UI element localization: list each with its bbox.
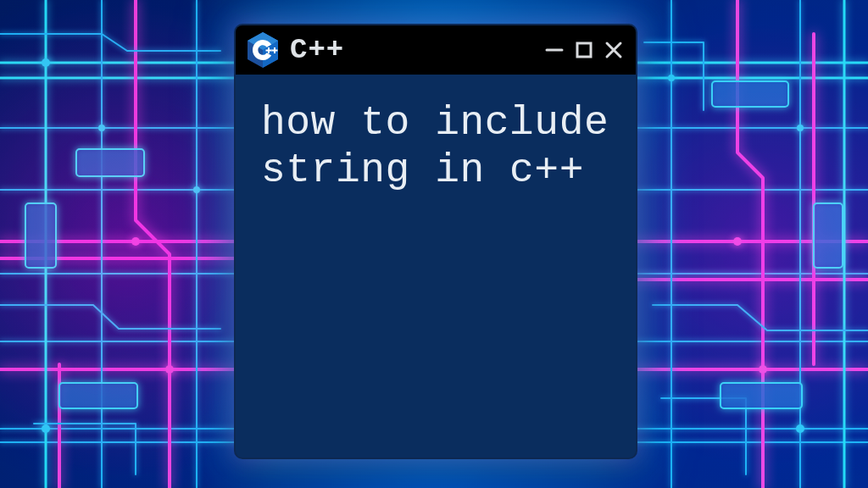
svg-rect-37 (266, 50, 272, 52)
svg-point-21 (42, 424, 50, 433)
svg-rect-28 (59, 383, 137, 408)
svg-rect-32 (814, 203, 843, 268)
svg-point-19 (668, 75, 675, 81)
svg-rect-27 (76, 149, 144, 176)
svg-point-23 (131, 237, 140, 246)
window-controls (543, 40, 624, 61)
cpp-logo-icon (246, 32, 280, 68)
terminal-window: C++ how to include string in c++ (236, 25, 636, 458)
svg-point-16 (42, 58, 50, 67)
svg-point-22 (796, 424, 804, 433)
minimize-button[interactable] (543, 40, 565, 61)
close-button[interactable] (603, 40, 624, 61)
svg-point-18 (193, 186, 200, 193)
svg-point-20 (797, 125, 804, 131)
svg-point-25 (165, 365, 174, 374)
svg-rect-29 (712, 81, 788, 107)
svg-point-24 (733, 237, 742, 246)
svg-rect-30 (721, 383, 802, 408)
svg-rect-31 (25, 203, 56, 268)
svg-point-17 (98, 125, 105, 131)
maximize-button[interactable] (573, 40, 594, 61)
terminal-body: how to include string in c++ (236, 75, 636, 458)
titlebar[interactable]: C++ (236, 25, 636, 75)
svg-rect-41 (577, 43, 591, 57)
svg-point-26 (759, 365, 767, 374)
window-title: C++ (290, 34, 533, 66)
svg-rect-39 (272, 50, 278, 52)
